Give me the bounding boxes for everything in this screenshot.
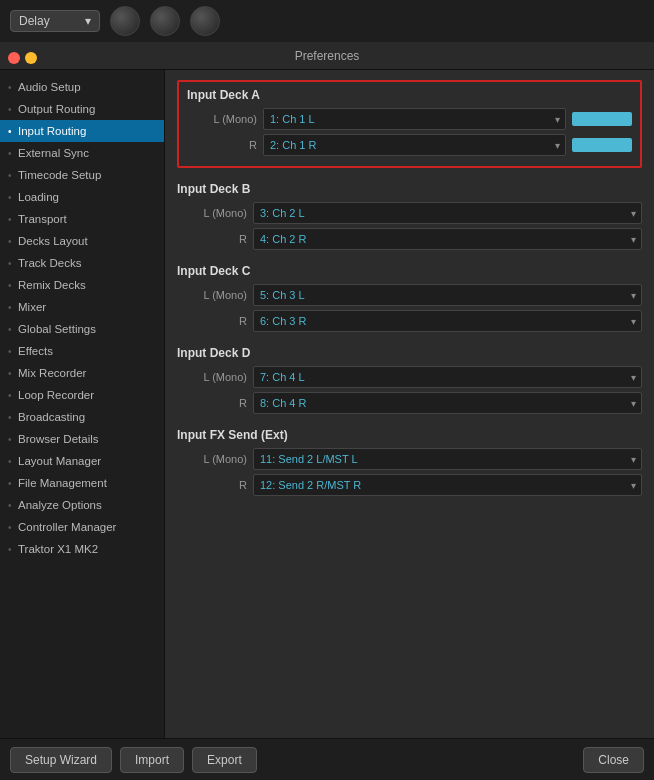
sidebar-item-mix-recorder[interactable]: Mix Recorder — [0, 362, 164, 384]
deck-fx-l-label: L (Mono) — [177, 453, 247, 465]
sidebar-item-track-decks[interactable]: Track Decks — [0, 252, 164, 274]
sidebar-item-file-management[interactable]: File Management — [0, 472, 164, 494]
deck-a-title: Input Deck A — [187, 88, 632, 102]
close-button[interactable]: Close — [583, 747, 644, 773]
deck-fx-r-row: R 12: Send 2 R/MST R — [177, 474, 642, 496]
sidebar: Audio Setup Output Routing Input Routing… — [0, 70, 165, 738]
deck-fx-l-row: L (Mono) 11: Send 2 L/MST L — [177, 448, 642, 470]
deck-c-title: Input Deck C — [177, 264, 642, 278]
deck-a-r-indicator — [572, 138, 632, 152]
sidebar-item-audio-setup[interactable]: Audio Setup — [0, 76, 164, 98]
deck-a-r-label: R — [187, 139, 257, 151]
sidebar-item-effects[interactable]: Effects — [0, 340, 164, 362]
sidebar-item-browser-details[interactable]: Browser Details — [0, 428, 164, 450]
deck-d-r-select-wrapper: 8: Ch 4 R — [253, 392, 642, 414]
sidebar-item-timecode-setup[interactable]: Timecode Setup — [0, 164, 164, 186]
top-bar: Delay ▾ — [0, 0, 654, 42]
sidebar-item-traktor-x1-mk2[interactable]: Traktor X1 MK2 — [0, 538, 164, 560]
deck-d-r-label: R — [177, 397, 247, 409]
window-title: Preferences — [295, 49, 360, 63]
deck-d-section: Input Deck D L (Mono) 7: Ch 4 L R 8: Ch … — [177, 346, 642, 414]
deck-c-r-row: R 6: Ch 3 R — [177, 310, 642, 332]
deck-d-l-row: L (Mono) 7: Ch 4 L — [177, 366, 642, 388]
sidebar-item-controller-manager[interactable]: Controller Manager — [0, 516, 164, 538]
deck-b-l-select[interactable]: 3: Ch 2 L — [253, 202, 642, 224]
sidebar-item-decks-layout[interactable]: Decks Layout — [0, 230, 164, 252]
deck-c-l-label: L (Mono) — [177, 289, 247, 301]
deck-fx-r-select[interactable]: 12: Send 2 R/MST R — [253, 474, 642, 496]
bottom-bar: Setup Wizard Import Export Close — [0, 738, 654, 780]
knob-2[interactable] — [150, 6, 180, 36]
knob-1[interactable] — [110, 6, 140, 36]
deck-b-r-label: R — [177, 233, 247, 245]
deck-a-r-select[interactable]: 2: Ch 1 R — [263, 134, 566, 156]
main-layout: Audio Setup Output Routing Input Routing… — [0, 70, 654, 738]
deck-d-l-select[interactable]: 7: Ch 4 L — [253, 366, 642, 388]
sidebar-item-global-settings[interactable]: Global Settings — [0, 318, 164, 340]
sidebar-item-mixer[interactable]: Mixer — [0, 296, 164, 318]
content-area: Input Deck A L (Mono) 1: Ch 1 L R 2: Ch … — [165, 70, 654, 738]
close-window-btn[interactable] — [8, 52, 20, 64]
sidebar-item-loading[interactable]: Loading — [0, 186, 164, 208]
deck-b-r-row: R 4: Ch 2 R — [177, 228, 642, 250]
deck-a-r-select-wrapper: 2: Ch 1 R — [263, 134, 566, 156]
delay-dropdown[interactable]: Delay ▾ — [10, 10, 100, 32]
sidebar-item-loop-recorder[interactable]: Loop Recorder — [0, 384, 164, 406]
sidebar-item-broadcasting[interactable]: Broadcasting — [0, 406, 164, 428]
deck-a-l-indicator — [572, 112, 632, 126]
deck-a-l-label: L (Mono) — [187, 113, 257, 125]
deck-c-l-row: L (Mono) 5: Ch 3 L — [177, 284, 642, 306]
deck-fx-section: Input FX Send (Ext) L (Mono) 11: Send 2 … — [177, 428, 642, 496]
deck-d-l-label: L (Mono) — [177, 371, 247, 383]
deck-c-r-select-wrapper: 6: Ch 3 R — [253, 310, 642, 332]
sidebar-item-transport[interactable]: Transport — [0, 208, 164, 230]
deck-a-l-select-wrapper: 1: Ch 1 L — [263, 108, 566, 130]
deck-b-section: Input Deck B L (Mono) 3: Ch 2 L R 4: Ch … — [177, 182, 642, 250]
deck-fx-r-label: R — [177, 479, 247, 491]
deck-fx-l-select[interactable]: 11: Send 2 L/MST L — [253, 448, 642, 470]
deck-b-r-select[interactable]: 4: Ch 2 R — [253, 228, 642, 250]
deck-fx-title: Input FX Send (Ext) — [177, 428, 642, 442]
sidebar-item-output-routing[interactable]: Output Routing — [0, 98, 164, 120]
window-controls — [8, 52, 37, 64]
knob-3[interactable] — [190, 6, 220, 36]
export-button[interactable]: Export — [192, 747, 257, 773]
dropdown-arrow: ▾ — [85, 14, 91, 28]
sidebar-item-analyze-options[interactable]: Analyze Options — [0, 494, 164, 516]
sidebar-item-input-routing[interactable]: Input Routing — [0, 120, 164, 142]
deck-c-r-label: R — [177, 315, 247, 327]
deck-d-title: Input Deck D — [177, 346, 642, 360]
delay-label: Delay — [19, 14, 50, 28]
deck-a-l-select[interactable]: 1: Ch 1 L — [263, 108, 566, 130]
deck-fx-r-select-wrapper: 12: Send 2 R/MST R — [253, 474, 642, 496]
setup-wizard-button[interactable]: Setup Wizard — [10, 747, 112, 773]
import-button[interactable]: Import — [120, 747, 184, 773]
deck-b-title: Input Deck B — [177, 182, 642, 196]
deck-b-r-select-wrapper: 4: Ch 2 R — [253, 228, 642, 250]
deck-b-l-select-wrapper: 3: Ch 2 L — [253, 202, 642, 224]
deck-a-section: Input Deck A L (Mono) 1: Ch 1 L R 2: Ch … — [177, 80, 642, 168]
sidebar-item-remix-decks[interactable]: Remix Decks — [0, 274, 164, 296]
deck-d-r-row: R 8: Ch 4 R — [177, 392, 642, 414]
deck-c-l-select-wrapper: 5: Ch 3 L — [253, 284, 642, 306]
sidebar-item-layout-manager[interactable]: Layout Manager — [0, 450, 164, 472]
deck-b-l-row: L (Mono) 3: Ch 2 L — [177, 202, 642, 224]
deck-a-r-row: R 2: Ch 1 R — [187, 134, 632, 156]
deck-a-l-row: L (Mono) 1: Ch 1 L — [187, 108, 632, 130]
title-bar: Preferences — [0, 42, 654, 70]
sidebar-item-external-sync[interactable]: External Sync — [0, 142, 164, 164]
deck-c-r-select[interactable]: 6: Ch 3 R — [253, 310, 642, 332]
deck-c-section: Input Deck C L (Mono) 5: Ch 3 L R 6: Ch … — [177, 264, 642, 332]
deck-d-r-select[interactable]: 8: Ch 4 R — [253, 392, 642, 414]
deck-c-l-select[interactable]: 5: Ch 3 L — [253, 284, 642, 306]
deck-d-l-select-wrapper: 7: Ch 4 L — [253, 366, 642, 388]
deck-fx-l-select-wrapper: 11: Send 2 L/MST L — [253, 448, 642, 470]
minimize-window-btn[interactable] — [25, 52, 37, 64]
deck-b-l-label: L (Mono) — [177, 207, 247, 219]
